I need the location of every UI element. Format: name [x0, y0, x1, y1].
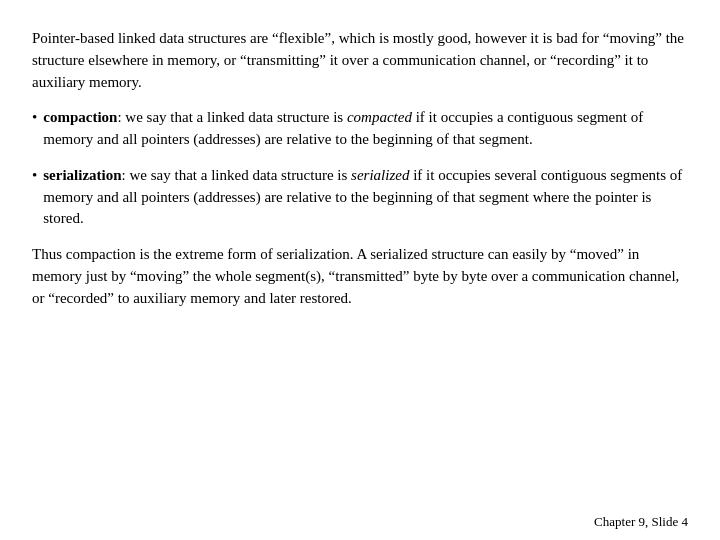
bullet-compaction-text: compaction: we say that a linked data st…: [43, 107, 688, 151]
bullet2-pre-italic: : we say that a linked data structure is: [122, 167, 352, 183]
slide-footer: Chapter 9, Slide 4: [594, 514, 688, 530]
serialized-italic: serialized: [351, 167, 409, 183]
bullet-compaction: • compaction: we say that a linked data …: [32, 107, 688, 151]
bullet-dot-2: •: [32, 165, 37, 230]
footer-text: Chapter 9, Slide 4: [594, 514, 688, 529]
slide-content: Pointer-based linked data structures are…: [0, 0, 720, 540]
bullet-serialization-text: serialization: we say that a linked data…: [43, 165, 688, 230]
compaction-label: compaction: [43, 109, 117, 125]
paragraph-1-text: Pointer-based linked data structures are…: [32, 30, 684, 90]
paragraph-2: Thus compaction is the extreme form of s…: [32, 244, 688, 309]
bullet-serialization: • serialization: we say that a linked da…: [32, 165, 688, 230]
bullet-dot-1: •: [32, 107, 37, 151]
paragraph-1: Pointer-based linked data structures are…: [32, 28, 688, 93]
compacted-italic: compacted: [347, 109, 412, 125]
serialization-label: serialization: [43, 167, 121, 183]
paragraph-2-text: Thus compaction is the extreme form of s…: [32, 246, 679, 306]
bullet1-pre-italic: : we say that a linked data structure is: [117, 109, 347, 125]
